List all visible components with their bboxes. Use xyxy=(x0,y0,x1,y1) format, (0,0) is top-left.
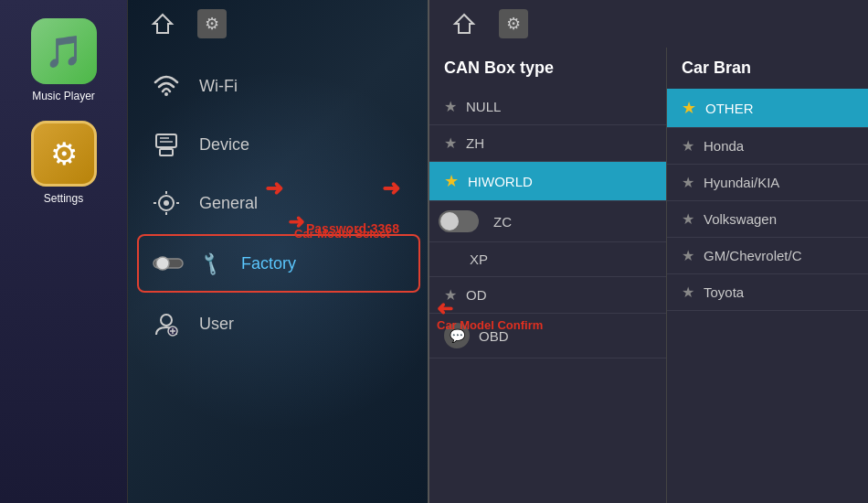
vw-label: Volkswagen xyxy=(704,211,777,227)
zh-label: ZH xyxy=(466,135,484,151)
menu-item-device[interactable]: Device xyxy=(128,115,429,174)
right-top-bar: ⚙ xyxy=(429,0,868,48)
factory-label: Factory xyxy=(241,254,296,273)
xp-label: XP xyxy=(470,252,488,267)
gear-icon[interactable]: ⚙ xyxy=(197,9,227,38)
right-gear-icon[interactable]: ⚙ xyxy=(499,9,528,38)
vw-star: ★ xyxy=(682,210,694,228)
general-label: General xyxy=(199,194,258,213)
svg-rect-2 xyxy=(156,134,176,147)
middle-panel: ⚙ Password:3368 ➜ ➜ Wi-Fi xyxy=(128,0,429,503)
gm-star: ★ xyxy=(682,247,694,264)
brand-item-toyota[interactable]: ★ Toyota xyxy=(667,274,868,311)
zh-star: ★ xyxy=(444,134,457,152)
right-panel: ⚙ CAN Box type ★ NULL ★ ZH ★ HIWORLD xyxy=(429,0,868,503)
settings-icon-box: ⚙ xyxy=(31,121,97,187)
null-label: NULL xyxy=(466,99,501,114)
menu-item-user[interactable]: User xyxy=(128,294,429,353)
svg-point-1 xyxy=(164,92,168,96)
hyundai-label: Hyundai/KIA xyxy=(704,175,779,190)
device-icon xyxy=(150,128,183,161)
svg-point-14 xyxy=(161,315,172,326)
svg-point-13 xyxy=(156,257,169,270)
honda-label: Honda xyxy=(704,138,744,154)
car-model-confirm-label: Car Model Confirm xyxy=(437,318,543,332)
svg-marker-18 xyxy=(455,15,473,33)
middle-top-bar: ⚙ xyxy=(128,0,429,48)
car-model-select-label: Car Model Select xyxy=(294,227,390,241)
right-home-icon[interactable] xyxy=(448,7,481,40)
car-brand-right: Car Bran ★ OTHER ★ Honda ★ Hyundai/KIA ★… xyxy=(667,48,868,503)
music-player-icon: 🎵 xyxy=(31,18,97,84)
hiworld-label: HIWORLD xyxy=(468,174,533,189)
menu-item-factory[interactable]: 🔧 Factory xyxy=(137,234,420,293)
menu-item-wifi[interactable]: Wi-Fi xyxy=(128,57,429,115)
other-label: OTHER xyxy=(705,101,754,116)
svg-point-7 xyxy=(164,200,169,206)
brand-item-other[interactable]: ★ OTHER xyxy=(667,89,868,128)
brand-item-volkswagen[interactable]: ★ Volkswagen xyxy=(667,201,868,238)
menu-list: Wi-Fi Device xyxy=(128,48,429,362)
home-icon[interactable] xyxy=(146,7,179,40)
can-box-header: CAN Box type xyxy=(429,48,666,89)
gm-label: GM/Chevrolet/C xyxy=(704,248,802,263)
can-item-zh[interactable]: ★ ZH xyxy=(429,125,666,162)
honda-star: ★ xyxy=(682,137,694,155)
can-item-xp[interactable]: XP xyxy=(429,242,666,277)
can-item-null[interactable]: ★ NULL xyxy=(429,89,666,125)
brand-item-gm[interactable]: ★ GM/Chevrolet/C xyxy=(667,238,868,274)
settings-label: Settings xyxy=(44,192,83,205)
toyota-star: ★ xyxy=(682,284,694,301)
can-item-od[interactable]: ★ OD xyxy=(429,277,666,314)
factory-icon xyxy=(152,247,185,280)
hiworld-star: ★ xyxy=(444,171,459,191)
user-icon xyxy=(150,307,183,340)
null-star: ★ xyxy=(444,98,457,115)
music-player-label: Music Player xyxy=(32,90,95,102)
can-item-hiworld[interactable]: ★ HIWORLD xyxy=(429,162,666,201)
settings-app[interactable]: ⚙ Settings xyxy=(31,121,97,205)
device-arrow-left: ➜ xyxy=(265,176,283,201)
toyota-label: Toyota xyxy=(704,284,744,300)
wifi-icon xyxy=(150,70,183,102)
zc-label: ZC xyxy=(493,214,512,230)
wrench-icon: 🔧 xyxy=(197,250,225,277)
brand-item-hyundai[interactable]: ★ Hyundai/KIA xyxy=(667,165,868,201)
device-arrow-right: ➜ xyxy=(382,176,400,201)
svg-marker-0 xyxy=(153,15,172,33)
can-item-zc[interactable]: ZC xyxy=(429,201,666,242)
music-player-app[interactable]: 🎵 Music Player xyxy=(31,18,97,102)
can-box-panel: CAN Box type ★ NULL ★ ZH ★ HIWORLD ZC xyxy=(429,48,868,503)
car-brand-header: Car Bran xyxy=(667,48,868,89)
sidebar: 🎵 Music Player ⚙ Settings xyxy=(0,0,128,503)
can-box-left: CAN Box type ★ NULL ★ ZH ★ HIWORLD ZC xyxy=(429,48,667,503)
svg-rect-3 xyxy=(160,149,173,155)
other-star: ★ xyxy=(682,98,696,118)
device-label: Device xyxy=(199,135,249,155)
zc-toggle[interactable] xyxy=(439,210,479,232)
brand-item-honda[interactable]: ★ Honda xyxy=(667,128,868,165)
user-label: User xyxy=(199,315,234,334)
od-label: OD xyxy=(466,287,487,303)
hyundai-star: ★ xyxy=(682,174,694,191)
wifi-label: Wi-Fi xyxy=(199,77,238,96)
general-icon xyxy=(150,187,183,219)
